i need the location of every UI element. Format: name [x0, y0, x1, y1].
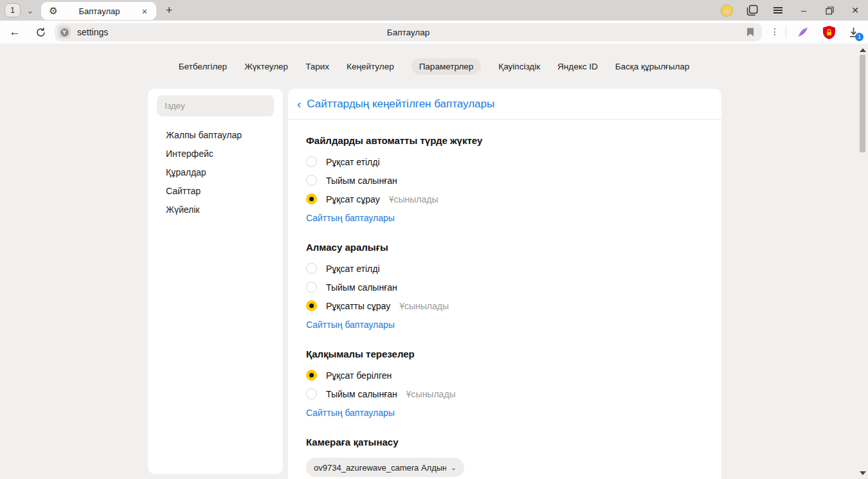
chevron-down-icon: ⌄: [451, 464, 457, 472]
sidebar-item-interface[interactable]: Интерфейс: [148, 144, 283, 163]
recommended-badge: Ұсынылады: [389, 194, 439, 204]
address-bar[interactable]: Y settings Баптаулар: [55, 23, 762, 41]
tab-list-chevron-icon[interactable]: ⌄: [24, 3, 36, 17]
radio-icon[interactable]: [306, 156, 317, 167]
scroll-down-arrow[interactable]: [860, 471, 866, 475]
sidebar-item-tools[interactable]: Құралдар: [148, 163, 283, 181]
section-camera: Камераға қатынасу ov9734_azurewave_camer…: [306, 437, 703, 477]
back-chevron-icon[interactable]: ‹: [297, 98, 301, 110]
toolbar-divider: [786, 26, 786, 39]
reload-button[interactable]: [32, 24, 49, 41]
settings-sidebar: Жалпы баптаулар Интерфейс Құралдар Сайтт…: [148, 89, 283, 474]
settings-gear-icon: ⚙: [47, 5, 60, 17]
window-minimize-button[interactable]: –: [796, 3, 811, 18]
tab-counter-button[interactable]: 1: [5, 3, 21, 17]
radio-icon-selected[interactable]: [306, 194, 317, 204]
page-title: Баптаулар: [55, 28, 762, 37]
bookmark-icon[interactable]: [746, 28, 754, 37]
radio-icon[interactable]: [306, 388, 317, 399]
nav-tab-security[interactable]: Қауіпсіздік: [498, 59, 540, 75]
radio-option[interactable]: Тыйым салынған Ұсынылады: [306, 384, 703, 403]
window-close-button[interactable]: ✕: [847, 3, 863, 18]
radio-icon-selected[interactable]: [306, 300, 317, 311]
back-button[interactable]: ←: [6, 24, 23, 41]
section-title: Алмасу аралығы: [306, 242, 703, 253]
page-header-title: Сайттардың кеңейтілген баптаулары: [307, 98, 494, 111]
download-count-badge: 1: [855, 33, 863, 41]
window-restore-button[interactable]: [822, 3, 837, 18]
new-tab-button[interactable]: +: [161, 3, 177, 19]
browser-tab-bar: 1 ⌄ ⚙ Баптаулар × + – ✕: [0, 0, 868, 21]
radio-icon-selected[interactable]: [306, 370, 317, 381]
sidebar-item-sites[interactable]: Сайттар: [148, 181, 283, 200]
section-title: Файлдарды автоматты түрде жүктеу: [306, 135, 703, 146]
tab-panels-icon[interactable]: [745, 3, 760, 18]
avatar-icon: [721, 5, 733, 17]
nav-tab-downloads[interactable]: Жүктеулер: [244, 59, 288, 75]
radio-icon[interactable]: [306, 175, 317, 186]
scrollbar-thumb[interactable]: [860, 55, 865, 152]
nav-tab-extensions[interactable]: Кеңейтулер: [347, 59, 394, 75]
section-clipboard: Алмасу аралығы Рұқсат етілді Тыйым салын…: [306, 242, 703, 330]
radio-option[interactable]: Рұқсат сұрау Ұсынылады: [306, 190, 703, 208]
sidebar-item-general[interactable]: Жалпы баптаулар: [148, 125, 283, 144]
nav-tab-history[interactable]: Тарих: [305, 59, 329, 75]
nav-tab-settings[interactable]: Параметрлер: [411, 59, 482, 75]
radio-option[interactable]: Рұқсат берілген: [306, 366, 703, 384]
settings-main-panel: ‹ Сайттардың кеңейтілген баптаулары Файл…: [288, 89, 721, 479]
settings-top-nav: Бетбелгілер Жүктеулер Тарих Кеңейтулер П…: [0, 58, 868, 75]
sidebar-item-system[interactable]: Жүйелік: [148, 200, 283, 219]
tab-close-icon[interactable]: ×: [139, 6, 150, 17]
menu-icon[interactable]: [770, 3, 786, 18]
nav-tab-yandex-id[interactable]: Яндекс ID: [557, 59, 598, 75]
radio-option[interactable]: Тыйым салынған: [306, 171, 703, 190]
url-text: settings: [77, 27, 108, 37]
section-auto-download: Файлдарды автоматты түрде жүктеу Рұқсат …: [306, 135, 703, 224]
site-settings-link[interactable]: Сайттың баптаулары: [306, 320, 395, 330]
recommended-badge: Ұсынылады: [406, 389, 456, 399]
sidebar-search[interactable]: [157, 95, 274, 116]
radio-option[interactable]: Рұқсатты сұрау Ұсынылады: [306, 296, 703, 315]
site-settings-link[interactable]: Сайттың баптаулары: [306, 408, 395, 418]
tab-title: Баптаулар: [60, 6, 139, 16]
downloads-icon[interactable]: 1: [846, 25, 860, 39]
scroll-up-arrow[interactable]: [860, 48, 866, 52]
page-scrollbar[interactable]: [857, 44, 868, 479]
profile-avatar[interactable]: [719, 3, 734, 18]
radio-icon[interactable]: [306, 263, 317, 274]
browser-toolbar: ← Y settings Баптаулар ⋮ 1: [0, 21, 868, 44]
radio-option[interactable]: Тыйым салынған: [306, 278, 703, 296]
recommended-badge: Ұсынылады: [399, 301, 449, 311]
sidebar-list: Жалпы баптаулар Интерфейс Құралдар Сайтт…: [148, 125, 283, 219]
section-title: Камераға қатынасу: [306, 437, 703, 447]
radio-option[interactable]: Рұқсат етілді: [306, 152, 703, 171]
nav-tab-bookmarks[interactable]: Бетбелгілер: [179, 59, 227, 75]
active-tab[interactable]: ⚙ Баптаулар ×: [41, 2, 156, 20]
section-popups: Қалқымалы терезелер Рұқсат берілген Тыйы…: [306, 348, 703, 419]
feather-extension-icon[interactable]: [796, 25, 810, 39]
camera-device-select[interactable]: ov9734_azurewave_camera Алдыңғы ⌄: [306, 458, 464, 477]
nav-tab-other-devices[interactable]: Басқа құрылғылар: [615, 59, 690, 75]
page-header[interactable]: ‹ Сайттардың кеңейтілген баптаулары: [288, 89, 721, 120]
site-favicon[interactable]: Y: [58, 26, 71, 39]
protect-shield-icon[interactable]: [822, 25, 836, 39]
search-input[interactable]: [157, 101, 274, 111]
toolbar-kebab-menu[interactable]: ⋮: [770, 26, 779, 37]
radio-icon[interactable]: [306, 282, 317, 293]
section-title: Қалқымалы терезелер: [306, 348, 703, 359]
radio-option[interactable]: Рұқсат етілді: [306, 259, 703, 278]
site-settings-link[interactable]: Сайттың баптаулары: [306, 213, 395, 223]
